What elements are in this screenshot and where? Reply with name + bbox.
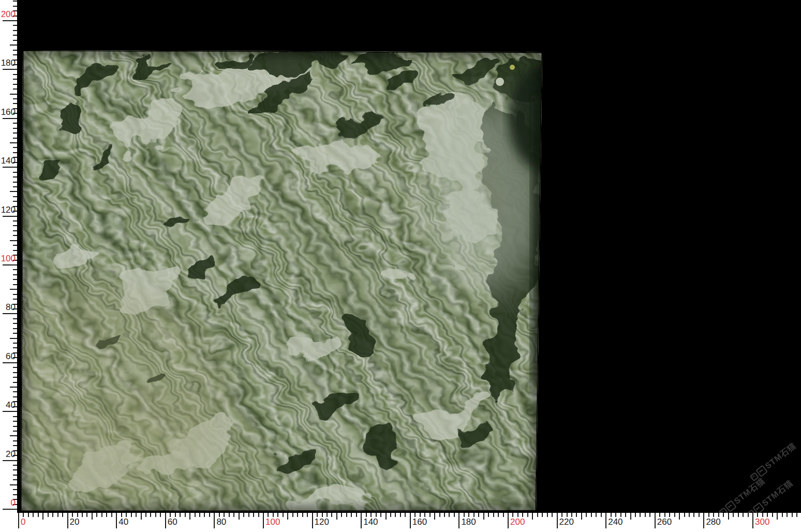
ruler-tick — [13, 128, 17, 129]
ruler-tick — [253, 513, 254, 517]
ruler-tick — [615, 513, 616, 517]
ruler-tick — [82, 513, 83, 517]
slab-viewer-canvas: STM石猫STM石猫STM石猫 020406080100120140160180… — [0, 0, 801, 532]
ruler-tick — [13, 343, 17, 344]
ruler-tick — [180, 513, 181, 517]
ruler-tick — [3, 69, 17, 70]
ruler-label: 200 — [510, 518, 525, 527]
ruler-tick — [3, 20, 17, 21]
ruler-tick — [693, 513, 694, 517]
ruler-tick — [645, 513, 646, 517]
ruler-tick — [601, 513, 602, 517]
ruler-tick — [131, 513, 132, 517]
ruler-label: 60 — [6, 352, 16, 361]
ruler-tick — [13, 333, 17, 334]
ruler-tick — [67, 513, 68, 528]
ruler-tick — [28, 513, 29, 517]
ruler-tick — [96, 513, 97, 517]
ruler-tick — [214, 513, 215, 528]
ruler-tick — [13, 98, 17, 99]
ruler-label: 20 — [70, 518, 80, 527]
ruler-tick — [400, 513, 401, 517]
ruler-label: 20 — [6, 450, 16, 459]
ruler-tick — [659, 513, 660, 517]
ruler-tick — [10, 240, 17, 241]
ruler-tick — [13, 245, 17, 246]
ruler-tick — [13, 79, 17, 80]
ruler-tick — [233, 513, 234, 517]
ruler-tick — [743, 513, 744, 517]
ruler-tick — [567, 513, 568, 517]
ruler-label: 40 — [118, 518, 128, 527]
ruler-tick — [478, 513, 479, 517]
ruler-tick — [380, 513, 381, 517]
ruler-tick — [738, 513, 739, 517]
ruler-tick — [782, 513, 783, 517]
ruler-tick — [13, 25, 17, 26]
ruler-tick — [679, 513, 680, 520]
ruler-tick — [13, 445, 17, 446]
ruler-tick — [13, 274, 17, 275]
ruler-tick — [420, 513, 421, 517]
ruler-tick — [532, 513, 533, 520]
ruler-tick — [605, 513, 606, 528]
ruler-tick — [512, 513, 513, 517]
ruler-tick — [390, 513, 391, 517]
ruler-tick — [723, 513, 724, 517]
ruler-tick — [13, 269, 17, 270]
ruler-tick — [10, 94, 17, 95]
ruler-tick — [13, 426, 17, 427]
ruler-tick — [787, 513, 788, 517]
ruler-tick — [3, 313, 17, 314]
ruler-tick — [38, 513, 39, 517]
ruler-tick — [376, 513, 377, 517]
ruler-tick — [429, 513, 431, 517]
ruler-tick — [689, 513, 690, 517]
ruler-label: 160 — [1, 108, 16, 117]
ruler-tick — [10, 387, 17, 388]
ruler-label: 100 — [1, 254, 16, 263]
ruler-tick — [101, 513, 102, 517]
ruler-tick — [464, 513, 465, 517]
ruler-tick — [703, 513, 704, 528]
ruler-tick — [185, 513, 186, 517]
ruler-tick — [483, 513, 484, 520]
ruler-tick — [13, 440, 17, 441]
ruler-tick — [13, 201, 17, 202]
ruler-tick — [13, 377, 17, 378]
ruler-tick — [111, 513, 112, 517]
ruler-tick — [508, 513, 509, 528]
ruler-tick — [287, 513, 288, 520]
ruler-tick — [13, 196, 17, 197]
ruler-tick — [713, 513, 714, 517]
ruler-tick — [13, 372, 17, 373]
ruler-tick — [219, 513, 220, 517]
ruler-tick — [434, 513, 435, 520]
ruler-tick — [307, 513, 308, 517]
ruler-tick — [13, 391, 17, 392]
ruler-tick — [635, 513, 636, 517]
ruler-tick — [48, 513, 49, 517]
vertical-ruler: 020406080100120140160180200 — [0, 0, 17, 532]
ruler-tick — [13, 318, 17, 319]
ruler-tick — [52, 513, 53, 517]
ruler-tick — [10, 435, 17, 436]
ruler-tick — [777, 513, 778, 520]
ruler-tick — [468, 513, 469, 517]
ruler-label: 120 — [315, 518, 329, 527]
ruler-label: 200 — [1, 10, 16, 19]
ruler-tick — [522, 513, 523, 517]
ruler-tick — [752, 513, 753, 528]
ruler-tick — [10, 142, 17, 143]
ruler-tick — [13, 421, 17, 422]
ruler-tick — [297, 513, 298, 517]
ruler-tick — [13, 147, 17, 148]
ruler-tick — [13, 279, 17, 280]
ruler-label: 0 — [11, 498, 16, 508]
ruler-tick — [13, 479, 17, 480]
ruler-tick — [674, 513, 675, 517]
ruler-tick — [351, 513, 352, 517]
slab-image[interactable] — [20, 50, 542, 511]
ruler-tick — [611, 513, 612, 517]
ruler-tick — [3, 167, 17, 168]
